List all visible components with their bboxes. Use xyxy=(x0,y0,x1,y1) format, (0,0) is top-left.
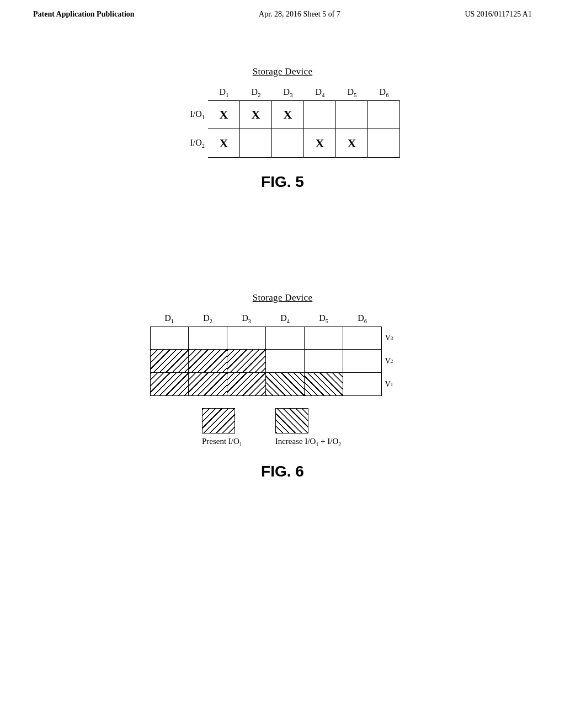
fig6-r2c2 xyxy=(189,350,227,373)
fig5-rows: I/O1 X X X I/O2 X X X xyxy=(176,100,400,158)
legend-label-2: Increase I/O1 + I/O2 xyxy=(275,437,341,447)
fig5-cell-r1c5 xyxy=(336,100,368,129)
fig6-col-d3: D3 xyxy=(227,313,266,326)
fig6-v3-label: V3 xyxy=(385,326,393,350)
fig5-cell-r2c1: X xyxy=(208,129,240,158)
fig6-col-d6: D6 xyxy=(343,313,382,326)
fig6-r1c4 xyxy=(266,326,305,350)
fig5-cell-r2c5: X xyxy=(336,129,368,158)
fig6-title: Storage Device xyxy=(253,292,313,303)
fig6-r1c3 xyxy=(227,326,266,350)
fig5-col-d5: D5 xyxy=(336,87,368,100)
fig6-r3c6 xyxy=(343,373,382,396)
fig6-grid-cols xyxy=(150,326,382,396)
fig6-col-d1: D1 xyxy=(150,313,189,326)
fig6-row-1 xyxy=(150,326,382,350)
fig5-title: Storage Device xyxy=(253,66,313,77)
legend-item-2: Increase I/O1 + I/O2 xyxy=(275,408,341,447)
fig5-cell-r1c3: X xyxy=(272,100,304,129)
fig5-col-d2: D2 xyxy=(240,87,272,100)
fig6-section: Storage Device D1 D2 D3 D4 D5 D6 xyxy=(0,292,565,480)
fig6-r1c5 xyxy=(305,326,343,350)
fig5-cell-r1c6 xyxy=(368,100,400,129)
fig6-r2c3 xyxy=(227,350,266,373)
fig6-col-d5: D5 xyxy=(305,313,343,326)
fig6-r1c1 xyxy=(150,326,189,350)
fig6-r3c1 xyxy=(150,373,189,396)
header-left: Patent Application Publication xyxy=(33,10,135,19)
fig6-legend: Present I/O1 Increase I/O1 + I/O2 xyxy=(202,408,341,447)
fig6-grid: D1 D2 D3 D4 D5 D6 xyxy=(150,313,393,396)
header-right: US 2016/0117125 A1 xyxy=(465,10,532,19)
fig5-col-d4: D4 xyxy=(304,87,336,100)
fig5-row-label-1: I/O1 xyxy=(176,109,208,120)
fig5-cell-r2c3 xyxy=(272,129,304,158)
fig5-row-label-2: I/O2 xyxy=(176,138,208,149)
fig6-r1c6 xyxy=(343,326,382,350)
fig5-cell-r1c1: X xyxy=(208,100,240,129)
fig6-caption: FIG. 6 xyxy=(261,463,304,480)
fig6-r3c3 xyxy=(227,373,266,396)
fig6-r2c1 xyxy=(150,350,189,373)
fig5-cell-r1c2: X xyxy=(240,100,272,129)
fig6-v-labels: V3 V2 V1 xyxy=(382,326,393,396)
legend-label-1: Present I/O1 xyxy=(202,437,242,447)
fig5-col-d3: D3 xyxy=(272,87,304,100)
fig6-r3c4 xyxy=(266,373,305,396)
header-center: Apr. 28, 2016 Sheet 5 of 7 xyxy=(259,10,340,19)
fig6-col-headers: D1 D2 D3 D4 D5 D6 xyxy=(150,313,382,326)
legend-box-1 xyxy=(202,408,235,433)
page-header: Patent Application Publication Apr. 28, … xyxy=(0,0,565,19)
fig6-v2-label: V2 xyxy=(385,350,393,373)
fig6-row-3 xyxy=(150,373,382,396)
fig5-cell-r2c6 xyxy=(368,129,400,158)
fig6-r2c6 xyxy=(343,350,382,373)
legend-box-2 xyxy=(275,408,308,433)
legend-item-1: Present I/O1 xyxy=(202,408,242,447)
fig6-grid-body: V3 V2 V1 xyxy=(150,326,393,396)
fig6-r3c2 xyxy=(189,373,227,396)
fig5-grid: D1 D2 D3 D4 D5 D6 I/O1 X X X I/O2 X xyxy=(176,87,400,158)
fig6-v1-label: V1 xyxy=(385,373,393,396)
fig6-r3c5 xyxy=(305,373,343,396)
fig6-col-d4: D4 xyxy=(266,313,305,326)
fig5-col-headers: D1 D2 D3 D4 D5 D6 xyxy=(208,87,400,100)
fig5-col-d6: D6 xyxy=(368,87,400,100)
fig5-cell-r1c4 xyxy=(304,100,336,129)
fig6-r2c5 xyxy=(305,350,343,373)
fig5-cell-r2c2 xyxy=(240,129,272,158)
fig6-row-2 xyxy=(150,350,382,373)
fig6-r1c2 xyxy=(189,326,227,350)
fig5-row-2: I/O2 X X X xyxy=(176,129,400,158)
fig5-col-d1: D1 xyxy=(208,87,240,100)
fig5-section: Storage Device D1 D2 D3 D4 D5 D6 I/O1 X … xyxy=(0,66,565,191)
fig5-row-1: I/O1 X X X xyxy=(176,100,400,129)
fig6-col-d2: D2 xyxy=(189,313,227,326)
fig5-caption: FIG. 5 xyxy=(261,173,304,191)
fig6-r2c4 xyxy=(266,350,305,373)
fig5-cell-r2c4: X xyxy=(304,129,336,158)
